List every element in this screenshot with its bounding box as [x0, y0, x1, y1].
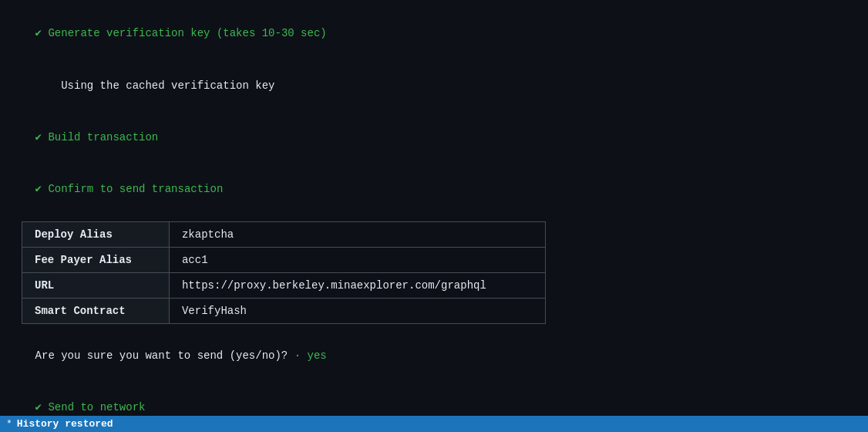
gen-key-text: Generate verification key (takes 10-30 s… [42, 27, 327, 39]
table-label-deploy-alias: Deploy Alias [22, 221, 170, 247]
line-confirm: ✔ Confirm to send transaction [9, 164, 859, 215]
status-text: History restored [17, 418, 113, 430]
checkmark-confirm: ✔ [35, 183, 42, 195]
table-value-fee-payer: acc1 [169, 247, 545, 272]
send-text: Send to network [42, 401, 145, 413]
table-label-smart-contract: Smart Contract [22, 298, 170, 323]
info-table: Deploy Alias zkaptcha Fee Payer Alias ac… [22, 221, 546, 324]
table-row-url: URL https://proxy.berkeley.minaexplorer.… [22, 272, 546, 298]
table-label-url: URL [22, 272, 170, 298]
table-value-deploy-alias: zkaptcha [169, 221, 545, 247]
prompt-answer: yes [307, 349, 326, 362]
line-build: ✔ Build transaction [9, 111, 859, 163]
checkmark-send: ✔ [35, 401, 42, 413]
build-text: Build transaction [42, 131, 158, 143]
terminal-window: ✔ Generate verification key (takes 10-30… [0, 0, 868, 432]
table-label-fee-payer: Fee Payer Alias [22, 247, 170, 272]
table-value-smart-contract: VerifyHash [169, 298, 545, 323]
status-asterisk: * [6, 418, 12, 430]
table-row-fee-payer: Fee Payer Alias acc1 [22, 247, 546, 272]
checkmark-build: ✔ [35, 131, 42, 143]
table-value-url: https://proxy.berkeley.minaexplorer.com/… [169, 272, 545, 298]
prompt-question: Are you sure you want to send (yes/no)? [35, 349, 288, 362]
line-gen-key: ✔ Generate verification key (takes 10-30… [9, 8, 859, 59]
confirm-text: Confirm to send transaction [42, 183, 223, 195]
status-bar: * History restored [0, 416, 868, 432]
cached-text: Using the cached verification key [35, 79, 275, 92]
table-row-smart-contract: Smart Contract VerifyHash [22, 298, 546, 323]
prompt-line: Are you sure you want to send (yes/no)? … [9, 330, 859, 382]
checkmark-gen-key: ✔ [35, 27, 42, 39]
table-row-deploy-alias: Deploy Alias zkaptcha [22, 221, 546, 247]
prompt-separator: · [288, 349, 307, 362]
line-cached: Using the cached verification key [9, 59, 859, 111]
